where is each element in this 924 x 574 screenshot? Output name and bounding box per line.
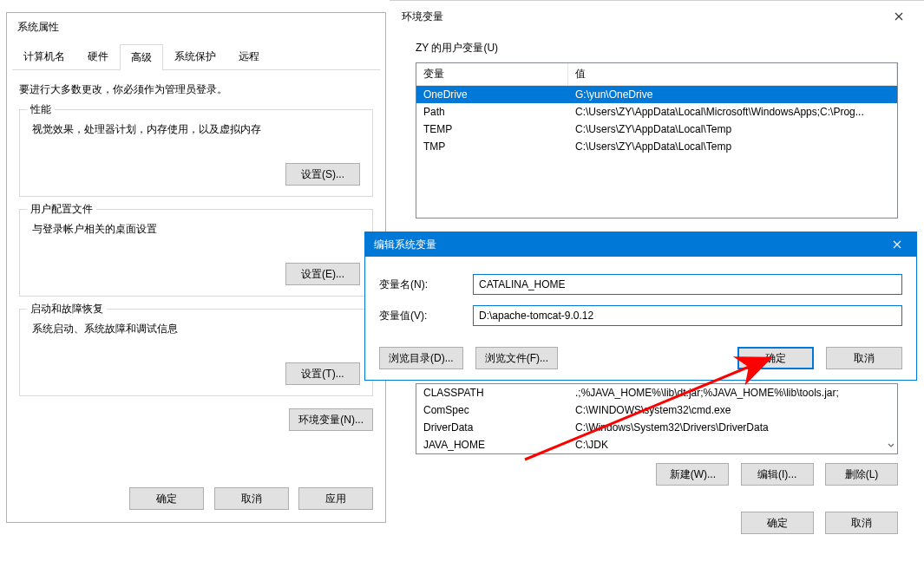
dialog-body: 变量名(N): 变量值(V): (365, 257, 916, 347)
tab-advanced[interactable]: 高级 (120, 44, 163, 70)
tab-remote[interactable]: 远程 (227, 43, 271, 69)
var-name-label: 变量名(N): (379, 277, 473, 292)
ok-button[interactable]: 确定 (741, 512, 814, 534)
user-vars-table[interactable]: 变量 值 OneDrive G:\yun\OneDrive Path C:\Us… (416, 62, 898, 219)
table-row[interactable]: TMP C:\Users\ZY\AppData\Local\Temp (416, 138, 897, 155)
system-properties-window: 系统属性 计算机名 硬件 高级 系统保护 远程 要进行大多数更改，你必须作为管理… (6, 12, 386, 523)
sysprop-footer: 确定 取消 应用 (122, 487, 373, 510)
apply-button[interactable]: 应用 (298, 487, 373, 510)
table-row[interactable]: TEMP C:\Users\ZY\AppData\Local\Temp (416, 121, 897, 138)
browse-file-button[interactable]: 浏览文件(F)... (475, 347, 558, 369)
envwin-titlebar: 环境变量 (390, 1, 924, 34)
admin-note: 要进行大多数更改，你必须作为管理员登录。 (19, 82, 373, 97)
dialog-button-row: 浏览目录(D)... 浏览文件(F)... 确定 取消 (365, 347, 916, 382)
table-row[interactable]: JAVA_HOME C:\JDK (416, 436, 897, 453)
table-row[interactable]: OneDrive G:\yun\OneDrive (416, 86, 897, 103)
settings-performance-button[interactable]: 设置(S)... (285, 163, 360, 186)
ok-button[interactable]: 确定 (737, 347, 814, 369)
scroll-indicator-icon[interactable] (887, 440, 895, 452)
edit-system-variable-dialog: 编辑系统变量 变量名(N): 变量值(V): 浏览目录(D)... 浏览文件(F… (364, 232, 917, 381)
group-title-startup: 启动和故障恢复 (27, 302, 107, 316)
table-row[interactable]: Path C:\Users\ZY\AppData\Local\Microsoft… (416, 103, 897, 121)
table-row[interactable]: CLASSPATH .;%JAVA_HOME%\lib\dt.jar;%JAVA… (416, 384, 897, 401)
close-icon[interactable] (886, 8, 912, 25)
group-desc-user-profiles: 与登录帐户相关的桌面设置 (32, 222, 360, 237)
environment-variables-button[interactable]: 环境变量(N)... (289, 408, 373, 431)
tab-system-protection[interactable]: 系统保护 (163, 43, 227, 69)
settings-startup-button[interactable]: 设置(T)... (285, 362, 360, 385)
group-title-user-profiles: 用户配置文件 (27, 202, 96, 217)
col-variable[interactable]: 变量 (416, 63, 568, 85)
browse-directory-button[interactable]: 浏览目录(D)... (379, 347, 463, 369)
cancel-button[interactable]: 取消 (826, 347, 902, 369)
delete-button[interactable]: 删除(L) (825, 463, 898, 486)
group-desc-startup: 系统启动、系统故障和调试信息 (32, 322, 360, 336)
var-value-input[interactable] (473, 305, 902, 326)
tab-hardware[interactable]: 硬件 (76, 43, 120, 69)
ok-button[interactable]: 确定 (129, 487, 204, 510)
dialog-title: 编辑系统变量 (374, 238, 436, 252)
close-icon[interactable] (878, 232, 916, 257)
sysvars-button-row: 新建(W)... 编辑(I)... 删除(L) (416, 463, 898, 486)
dialog-titlebar[interactable]: 编辑系统变量 (365, 232, 916, 257)
tab-bar: 计算机名 硬件 高级 系统保护 远程 (12, 43, 380, 70)
cancel-button[interactable]: 取消 (214, 487, 289, 510)
group-desc-performance: 视觉效果，处理器计划，内存使用，以及虚拟内存 (32, 122, 360, 137)
table-row[interactable]: DriverData C:\Windows\System32\Drivers\D… (416, 419, 897, 436)
system-vars-table[interactable]: CLASSPATH .;%JAVA_HOME%\lib\dt.jar;%JAVA… (416, 383, 898, 454)
new-button[interactable]: 新建(W)... (656, 463, 729, 486)
settings-user-profiles-button[interactable]: 设置(E)... (285, 263, 360, 285)
cancel-button[interactable]: 取消 (825, 512, 898, 534)
var-value-label: 变量值(V): (379, 309, 473, 323)
table-header: 变量 值 (416, 63, 897, 86)
sysprop-body: 要进行大多数更改，你必须作为管理员登录。 性能 视觉效果，处理器计划，内存使用，… (7, 70, 385, 440)
user-profiles-group: 用户配置文件 与登录帐户相关的桌面设置 设置(E)... (19, 209, 373, 297)
envwin-footer: 确定 取消 (390, 501, 924, 548)
performance-group: 性能 视觉效果，处理器计划，内存使用，以及虚拟内存 设置(S)... (19, 109, 373, 197)
envwin-title-text: 环境变量 (402, 10, 443, 24)
user-vars-label: ZY 的用户变量(U) (416, 41, 898, 55)
var-name-input[interactable] (473, 274, 902, 295)
startup-recovery-group: 启动和故障恢复 系统启动、系统故障和调试信息 设置(T)... (19, 309, 373, 396)
table-row[interactable]: ComSpec C:\WINDOWS\system32\cmd.exe (416, 401, 897, 419)
edit-button[interactable]: 编辑(I)... (741, 463, 814, 486)
col-value[interactable]: 值 (568, 63, 897, 85)
group-title-performance: 性能 (27, 102, 55, 117)
window-title: 系统属性 (7, 13, 385, 43)
tab-computer-name[interactable]: 计算机名 (12, 43, 76, 69)
